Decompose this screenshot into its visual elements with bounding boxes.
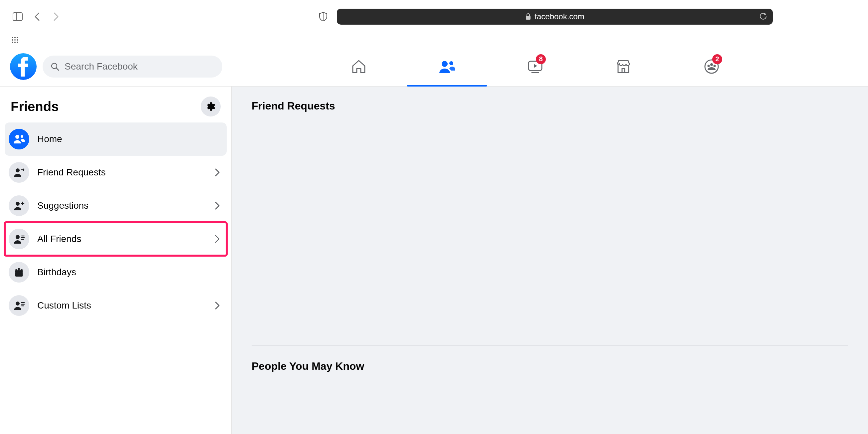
back-button[interactable]	[31, 11, 42, 22]
lock-icon	[525, 13, 531, 20]
nav-friends[interactable]	[434, 52, 460, 82]
svg-rect-0	[13, 13, 22, 21]
sidebar-item-suggestions[interactable]: Suggestions	[5, 189, 227, 222]
reload-button[interactable]	[760, 13, 767, 20]
svg-line-5	[56, 68, 59, 70]
svg-point-7	[449, 61, 453, 65]
nav-watch[interactable]: 8	[522, 52, 549, 82]
suggestions-icon	[9, 195, 29, 216]
svg-marker-9	[534, 64, 537, 68]
sidebar-title: Friends	[11, 99, 59, 114]
nav-home[interactable]	[345, 52, 372, 82]
settings-button[interactable]	[201, 96, 221, 117]
app-grid-icon[interactable]	[12, 37, 18, 43]
friend-request-icon	[9, 162, 29, 183]
top-nav: 8 2	[345, 52, 868, 82]
nav-groups[interactable]: 2	[698, 52, 725, 82]
svg-point-6	[442, 61, 447, 67]
sidebar-item-label: Birthdays	[37, 267, 223, 278]
chevron-right-icon	[215, 168, 223, 177]
sidebar-item-label: All Friends	[37, 234, 207, 244]
sidebar-item-friend-requests[interactable]: Friend Requests	[5, 156, 227, 189]
all-friends-icon	[9, 229, 29, 249]
chevron-right-icon	[215, 202, 223, 210]
main-layout: Friends Home	[0, 87, 868, 434]
svg-rect-26	[18, 268, 20, 272]
sidebar-item-label: Custom Lists	[37, 300, 207, 311]
svg-point-18	[16, 168, 20, 173]
birthdays-icon	[9, 262, 29, 283]
svg-point-17	[21, 135, 23, 138]
svg-point-19	[16, 202, 20, 206]
people-you-may-know-section: People You May Know	[252, 345, 848, 372]
search-icon	[51, 62, 59, 71]
friends-home-icon	[9, 129, 29, 149]
browser-toolbar: facebook.com	[0, 0, 868, 33]
svg-point-15	[714, 65, 716, 67]
app-grid-row	[0, 33, 868, 46]
sidebar-toggle-button[interactable]	[12, 11, 23, 22]
search-bar[interactable]	[42, 56, 222, 78]
svg-point-13	[710, 63, 713, 66]
people-you-may-know-title: People You May Know	[252, 360, 848, 372]
svg-rect-3	[526, 16, 530, 20]
chevron-right-icon	[215, 235, 223, 243]
content-area: Friend Requests People You May Know	[231, 87, 868, 434]
svg-point-20	[16, 235, 20, 239]
svg-point-16	[15, 135, 19, 139]
facebook-logo[interactable]	[10, 53, 37, 80]
sidebar: Friends Home	[0, 87, 231, 434]
sidebar-item-label: Suggestions	[37, 200, 207, 211]
url-text: facebook.com	[534, 12, 584, 21]
sidebar-item-all-friends[interactable]: All Friends	[5, 222, 227, 256]
watch-badge: 8	[536, 54, 546, 64]
privacy-shield-button[interactable]	[317, 11, 329, 22]
nav-marketplace[interactable]	[610, 52, 637, 82]
forward-button[interactable]	[51, 11, 62, 22]
sidebar-item-birthdays[interactable]: Birthdays	[5, 256, 227, 289]
sidebar-item-home[interactable]: Home	[5, 122, 227, 156]
svg-rect-24	[15, 272, 23, 277]
sidebar-header: Friends	[5, 93, 227, 122]
chevron-right-icon	[215, 301, 223, 310]
svg-point-14	[708, 65, 710, 67]
search-input[interactable]	[65, 61, 214, 72]
sidebar-item-custom-lists[interactable]: Custom Lists	[5, 289, 227, 322]
svg-point-27	[16, 302, 20, 306]
custom-lists-icon	[9, 295, 29, 316]
friend-requests-title: Friend Requests	[252, 100, 848, 112]
sidebar-item-label: Home	[37, 134, 223, 145]
url-bar[interactable]: facebook.com	[337, 9, 773, 25]
svg-rect-11	[622, 68, 625, 72]
facebook-header: 8 2	[0, 46, 868, 87]
groups-badge: 2	[712, 54, 722, 64]
sidebar-item-label: Friend Requests	[37, 167, 207, 178]
